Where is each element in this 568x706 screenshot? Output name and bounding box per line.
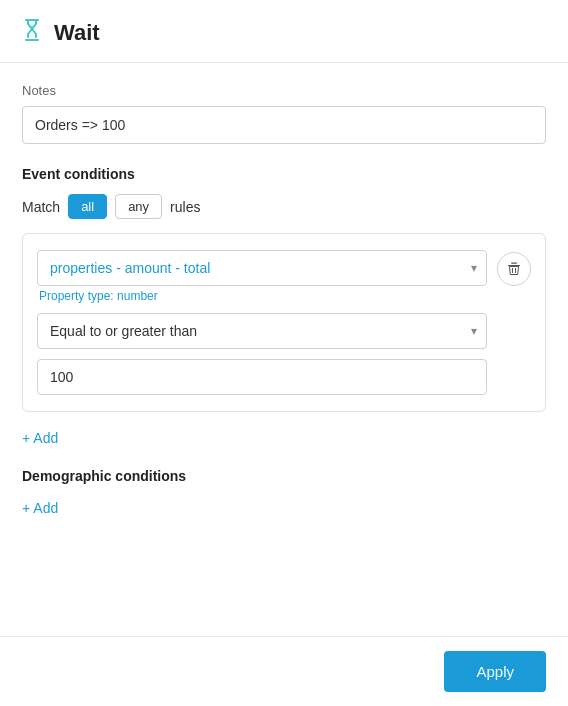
property-select[interactable]: properties - amount - total <box>37 250 487 286</box>
match-prefix: Match <box>22 199 60 215</box>
condition-row: properties - amount - total ▾ Property t… <box>37 250 531 395</box>
condition-selects: properties - amount - total ▾ Property t… <box>37 250 487 395</box>
svg-rect-1 <box>511 263 517 264</box>
page-title: Wait <box>54 20 100 46</box>
add-event-condition-button[interactable]: + Add <box>22 426 58 450</box>
page-header: Wait <box>0 0 568 63</box>
add-demographic-condition-button[interactable]: + Add <box>22 496 58 520</box>
hourglass-icon <box>20 18 44 48</box>
trash-icon <box>506 261 522 277</box>
page-footer: Apply <box>0 636 568 706</box>
event-conditions-header: Event conditions <box>22 166 546 182</box>
condition-value-input[interactable] <box>37 359 487 395</box>
notes-label: Notes <box>22 83 546 98</box>
operator-select[interactable]: Equal to or greater than <box>37 313 487 349</box>
rules-label: rules <box>170 199 200 215</box>
page-container: Wait Notes Event conditions Match all an… <box>0 0 568 706</box>
property-select-container: properties - amount - total ▾ <box>37 250 487 286</box>
match-row: Match all any rules <box>22 194 546 219</box>
property-select-wrapper: properties - amount - total ▾ Property t… <box>37 250 487 303</box>
demographic-conditions-header: Demographic conditions <box>22 468 546 484</box>
apply-button[interactable]: Apply <box>444 651 546 692</box>
match-all-button[interactable]: all <box>68 194 107 219</box>
property-type-label: Property type: number <box>37 289 487 303</box>
main-content: Notes Event conditions Match all any rul… <box>0 63 568 636</box>
match-any-button[interactable]: any <box>115 194 162 219</box>
condition-box: properties - amount - total ▾ Property t… <box>22 233 546 412</box>
delete-condition-button[interactable] <box>497 252 531 286</box>
notes-input[interactable] <box>22 106 546 144</box>
operator-select-wrapper: Equal to or greater than ▾ <box>37 313 487 349</box>
